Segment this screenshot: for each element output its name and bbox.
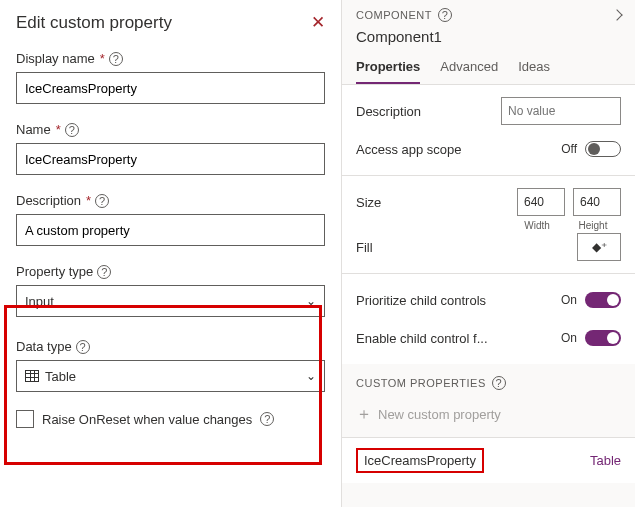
property-type-select[interactable]: Input ⌄ — [16, 285, 325, 317]
size-height-input[interactable]: 640 — [573, 188, 621, 216]
new-custom-property-button[interactable]: ＋ New custom property — [356, 404, 621, 425]
component-properties-panel: COMPONENT ? Component1 Properties Advanc… — [342, 0, 635, 507]
display-name-label: Display name — [16, 51, 95, 66]
property-type-value: Input — [25, 294, 54, 309]
description-label: Description — [16, 193, 81, 208]
tab-advanced[interactable]: Advanced — [440, 59, 498, 84]
required-asterisk: * — [100, 51, 105, 66]
chevron-right-icon[interactable] — [611, 9, 622, 20]
description-row-label: Description — [356, 104, 421, 119]
name-input[interactable] — [16, 143, 325, 175]
fill-color-picker[interactable]: ◆⁺ — [577, 233, 621, 261]
help-icon[interactable]: ? — [438, 8, 452, 22]
close-icon[interactable]: ✕ — [311, 12, 325, 33]
help-icon[interactable]: ? — [109, 52, 123, 66]
data-type-select[interactable]: Table ⌄ — [16, 360, 325, 392]
property-type-label: Property type — [16, 264, 93, 279]
component-name: Component1 — [356, 28, 621, 45]
name-label: Name — [16, 122, 51, 137]
tab-properties[interactable]: Properties — [356, 59, 420, 84]
data-type-value: Table — [45, 369, 76, 384]
chevron-down-icon: ⌄ — [306, 294, 316, 308]
prioritize-child-state: On — [561, 293, 577, 307]
help-icon[interactable]: ? — [76, 340, 90, 354]
enable-child-label: Enable child control f... — [356, 331, 488, 346]
help-icon[interactable]: ? — [95, 194, 109, 208]
table-icon — [25, 370, 39, 382]
help-icon[interactable]: ? — [97, 265, 111, 279]
plus-icon: ＋ — [356, 404, 372, 425]
chevron-down-icon: ⌄ — [306, 369, 316, 383]
custom-property-row[interactable]: IceCreamsProperty Table — [342, 437, 635, 483]
prioritize-child-label: Prioritize child controls — [356, 293, 486, 308]
enable-child-state: On — [561, 331, 577, 345]
help-icon[interactable]: ? — [65, 123, 79, 137]
custom-property-type: Table — [590, 453, 621, 468]
enable-child-toggle[interactable] — [585, 330, 621, 346]
highlight-box: IceCreamsProperty — [356, 448, 484, 473]
access-scope-label: Access app scope — [356, 142, 462, 157]
new-custom-property-label: New custom property — [378, 407, 501, 422]
size-label: Size — [356, 195, 381, 210]
custom-properties-header: CUSTOM PROPERTIES — [356, 377, 486, 389]
panel-title: Edit custom property — [16, 13, 172, 33]
raise-onreset-checkbox[interactable] — [16, 410, 34, 428]
help-icon[interactable]: ? — [260, 412, 274, 426]
width-label: Width — [513, 220, 561, 231]
access-scope-state: Off — [561, 142, 577, 156]
height-label: Height — [569, 220, 617, 231]
size-width-input[interactable]: 640 — [517, 188, 565, 216]
help-icon[interactable]: ? — [492, 376, 506, 390]
component-header-label: COMPONENT — [356, 9, 432, 21]
raise-onreset-label: Raise OnReset when value changes — [42, 412, 252, 427]
custom-property-name: IceCreamsProperty — [364, 453, 476, 468]
required-asterisk: * — [56, 122, 61, 137]
description-value-input[interactable] — [501, 97, 621, 125]
data-type-label: Data type — [16, 339, 72, 354]
edit-property-panel: Edit custom property ✕ Display name * ? … — [0, 0, 342, 507]
description-input[interactable] — [16, 214, 325, 246]
prioritize-child-toggle[interactable] — [585, 292, 621, 308]
fill-label: Fill — [356, 240, 373, 255]
tab-ideas[interactable]: Ideas — [518, 59, 550, 84]
display-name-input[interactable] — [16, 72, 325, 104]
access-scope-toggle[interactable] — [585, 141, 621, 157]
required-asterisk: * — [86, 193, 91, 208]
